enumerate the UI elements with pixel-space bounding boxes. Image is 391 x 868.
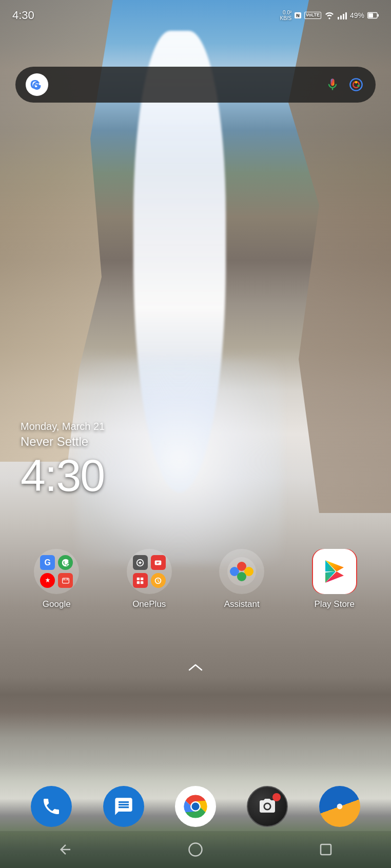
- svg-rect-27: [321, 844, 331, 855]
- nfc-badge: N: [295, 12, 301, 18]
- svg-point-8: [357, 85, 360, 87]
- svg-rect-9: [62, 578, 69, 583]
- svg-point-5: [350, 78, 362, 90]
- status-time: 4:30: [12, 9, 34, 22]
- dock-horizon-button[interactable]: [319, 786, 360, 827]
- search-bar[interactable]: G: [15, 67, 376, 103]
- google-folder-icon: G: [34, 549, 79, 594]
- clock-widget: Monday, March 21 Never Settle 4:30: [21, 421, 105, 498]
- svg-rect-14: [137, 581, 140, 583]
- svg-rect-1: [377, 14, 379, 16]
- svg-point-24: [191, 803, 199, 811]
- widget-date: Monday, March 21: [21, 421, 105, 432]
- assistant-label: Assistant: [224, 599, 260, 609]
- dock-messages-button[interactable]: [103, 786, 144, 827]
- app-item-playstore[interactable]: Play Store: [312, 549, 357, 609]
- google-label: Google: [43, 599, 71, 609]
- volte-badge: VoLTE: [304, 12, 321, 19]
- app-grid: G Google: [0, 549, 391, 609]
- wifi-icon: [324, 11, 335, 19]
- google-logo: G: [26, 73, 48, 96]
- app-item-google[interactable]: G Google: [34, 549, 79, 609]
- dock-camera-button[interactable]: [247, 786, 288, 827]
- svg-rect-13: [141, 577, 143, 580]
- oneplus-folder-icon: [127, 549, 172, 594]
- home-button[interactable]: [180, 834, 211, 865]
- battery-percent: 49%: [350, 11, 364, 19]
- svg-rect-2: [368, 13, 373, 17]
- app-item-oneplus[interactable]: OnePlus: [127, 549, 172, 609]
- dock-chrome-button[interactable]: [175, 786, 216, 827]
- app-drawer-handle[interactable]: [185, 662, 206, 674]
- lens-search-button[interactable]: [347, 75, 365, 94]
- widget-tagline: Never Settle: [21, 435, 105, 449]
- playstore-icon: [313, 549, 356, 594]
- voice-search-button[interactable]: [323, 75, 342, 94]
- back-button[interactable]: [50, 834, 81, 865]
- status-bar: 4:30 0.0² KB/S N VoLTE 49%: [0, 0, 391, 31]
- dock-phone-button[interactable]: [31, 786, 72, 827]
- playstore-label: Play Store: [315, 599, 355, 609]
- battery-icon: [367, 12, 379, 19]
- nav-bar: [0, 831, 391, 868]
- oneplus-label: OnePlus: [132, 599, 166, 609]
- assistant-icon: [219, 549, 264, 594]
- svg-point-21: [237, 572, 246, 581]
- svg-rect-11: [155, 560, 162, 565]
- status-icons: 0.0² KB/S N VoLTE 49%: [280, 10, 379, 21]
- svg-point-7: [355, 81, 358, 84]
- app-item-assistant[interactable]: Assistant: [219, 549, 264, 609]
- svg-point-25: [337, 804, 342, 810]
- svg-rect-12: [137, 577, 140, 580]
- widget-time: 4:30: [21, 453, 105, 498]
- recents-button[interactable]: [310, 834, 341, 865]
- svg-point-26: [189, 843, 202, 856]
- playstore-icon-wrapper: [312, 549, 357, 594]
- signal-bars: [338, 11, 347, 19]
- dock: [0, 786, 391, 827]
- net-speed: 0.0² KB/S: [280, 10, 292, 21]
- svg-rect-15: [141, 581, 143, 583]
